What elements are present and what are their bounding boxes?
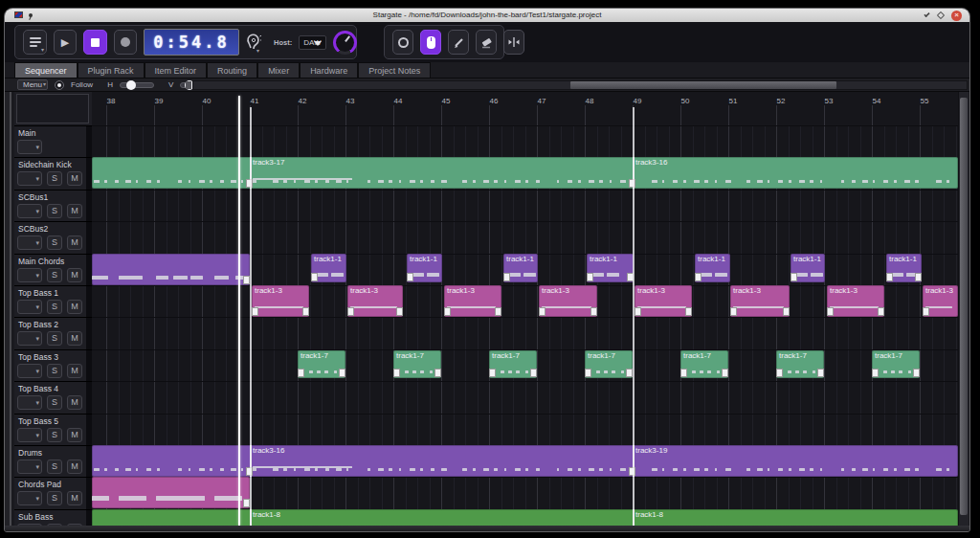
tab-mixer[interactable]: Mixer	[257, 62, 300, 78]
clip-track1-1[interactable]: track1-1	[503, 254, 538, 282]
clip-resize-handle[interactable]	[913, 369, 920, 377]
solo-button[interactable]: S	[47, 300, 62, 314]
split-tool-button[interactable]	[503, 30, 524, 55]
clip-resize-handle[interactable]	[407, 273, 413, 281]
mouse-tool-button[interactable]	[420, 30, 441, 55]
solo-button[interactable]: S	[47, 395, 62, 410]
maximize-icon[interactable]	[937, 11, 945, 19]
horizontal-scrollbar-thumb[interactable]	[570, 81, 836, 89]
clip-track1-3[interactable]: track1-3	[252, 285, 309, 317]
horizontal-scrollbar[interactable]	[192, 80, 968, 90]
mute-button[interactable]: M	[67, 491, 82, 505]
vertical-scrollbar[interactable]	[958, 92, 969, 526]
sequencer-menu-button[interactable]: Menu	[17, 79, 48, 90]
solo-button[interactable]: S	[47, 428, 62, 442]
mute-button[interactable]: M	[67, 204, 82, 218]
clip-resize-handle[interactable]	[791, 273, 797, 281]
clip-resize-handle[interactable]	[915, 273, 922, 281]
clip-resize-handle[interactable]	[489, 369, 496, 377]
mute-button[interactable]: M	[67, 268, 82, 282]
clip-resize-handle[interactable]	[530, 369, 537, 377]
tab-plugin-rack[interactable]: Plugin Rack	[78, 62, 145, 78]
solo-button[interactable]: S	[47, 364, 62, 378]
main-menu-button[interactable]: ▾	[23, 30, 47, 55]
clip-track1-3[interactable]: track1-3	[730, 285, 790, 317]
clip-track1-3[interactable]: track1-3	[539, 285, 597, 317]
clip-resize-handle[interactable]	[585, 369, 591, 377]
instrument-selector[interactable]	[17, 300, 42, 314]
clip[interactable]: track3-16track3-19	[92, 445, 958, 477]
clip-resize-handle[interactable]	[878, 307, 884, 316]
clip-resize-handle[interactable]	[722, 369, 728, 377]
solo-button[interactable]: S	[47, 491, 62, 505]
stop-button[interactable]	[83, 30, 107, 55]
solo-button[interactable]: S	[47, 331, 62, 346]
clip-resize-handle[interactable]	[635, 307, 641, 316]
instrument-selector[interactable]	[17, 204, 42, 218]
solo-button[interactable]: S	[47, 268, 62, 282]
instrument-selector[interactable]	[17, 395, 42, 410]
clip-track1-3[interactable]: track1-3	[347, 285, 403, 317]
clip-track1-7[interactable]: track1-7	[489, 350, 537, 378]
clip[interactable]	[92, 254, 250, 285]
mute-button[interactable]: M	[67, 428, 82, 442]
clip-track1-1[interactable]: track1-1	[886, 254, 922, 282]
instrument-selector[interactable]	[17, 491, 42, 505]
tab-hardware[interactable]: Hardware	[300, 62, 358, 78]
timeline[interactable]: 383940414243444546474849505152535455trac…	[92, 92, 958, 526]
clip-resize-handle[interactable]	[886, 273, 893, 281]
clip-track1-7[interactable]: track1-7	[393, 350, 441, 378]
clip-resize-handle[interactable]	[444, 307, 451, 316]
clip-resize-handle[interactable]	[396, 307, 403, 316]
minimize-icon[interactable]	[924, 11, 929, 17]
clip-resize-handle[interactable]	[872, 369, 879, 377]
close-icon[interactable]: ×	[951, 11, 962, 21]
solo-button[interactable]: S	[47, 204, 62, 218]
mute-button[interactable]: M	[67, 235, 82, 250]
instrument-selector[interactable]	[17, 171, 42, 186]
clip-track1-1[interactable]: track1-1	[311, 254, 346, 282]
follow-radio[interactable]	[55, 80, 64, 90]
clip-resize-handle[interactable]	[590, 307, 597, 316]
h-zoom-slider[interactable]	[120, 82, 154, 88]
clip[interactable]: track1-8track1-8	[92, 509, 958, 526]
clip-resize-handle[interactable]	[587, 273, 593, 281]
clip-resize-handle[interactable]	[923, 307, 929, 316]
metronome-button[interactable]: ▾	[246, 30, 261, 55]
title-bar[interactable]: Stargate - /home/fd/Downloads/john-the-b…	[5, 9, 969, 22]
clip-resize-handle[interactable]	[539, 307, 546, 316]
clip-resize-handle[interactable]	[495, 307, 501, 316]
clip-track1-7[interactable]: track1-7	[872, 350, 920, 378]
clip-resize-handle[interactable]	[730, 307, 737, 316]
clip-resize-handle[interactable]	[680, 369, 687, 377]
mute-button[interactable]: M	[67, 460, 82, 474]
clip-track1-1[interactable]: track1-1	[407, 254, 442, 282]
clip-track1-3[interactable]: track1-3	[635, 285, 692, 317]
instrument-selector[interactable]	[17, 235, 42, 250]
clip-track1-7[interactable]: track1-7	[776, 350, 824, 378]
clip-resize-handle[interactable]	[827, 307, 834, 316]
clip-resize-handle[interactable]	[695, 273, 702, 281]
mute-button[interactable]: M	[67, 331, 82, 346]
clip-track1-1[interactable]: track1-1	[587, 254, 634, 282]
clip-resize-handle[interactable]	[393, 369, 400, 377]
clip-resize-handle[interactable]	[311, 273, 318, 281]
clip-track1-7[interactable]: track1-7	[298, 350, 345, 378]
clip-resize-handle[interactable]	[503, 273, 510, 281]
clip-resize-handle[interactable]	[243, 499, 250, 507]
tab-sequencer[interactable]: Sequencer	[14, 62, 78, 78]
eraser-tool-button[interactable]	[476, 30, 497, 55]
tab-item-editor[interactable]: Item Editor	[145, 62, 208, 78]
clip-resize-handle[interactable]	[347, 307, 354, 316]
tab-routing[interactable]: Routing	[207, 62, 257, 78]
solo-button[interactable]: S	[47, 460, 62, 474]
mute-button[interactable]: M	[67, 395, 82, 410]
instrument-selector[interactable]	[17, 428, 42, 442]
clip-track1-7[interactable]: track1-7	[585, 350, 633, 378]
mute-button[interactable]: M	[67, 364, 82, 378]
play-button[interactable]: ▶	[54, 30, 77, 55]
mute-button[interactable]: M	[67, 300, 82, 314]
clip-track1-3[interactable]: track1-3	[444, 285, 501, 317]
vertical-scrollbar-thumb[interactable]	[960, 98, 968, 515]
clip[interactable]	[92, 477, 250, 508]
